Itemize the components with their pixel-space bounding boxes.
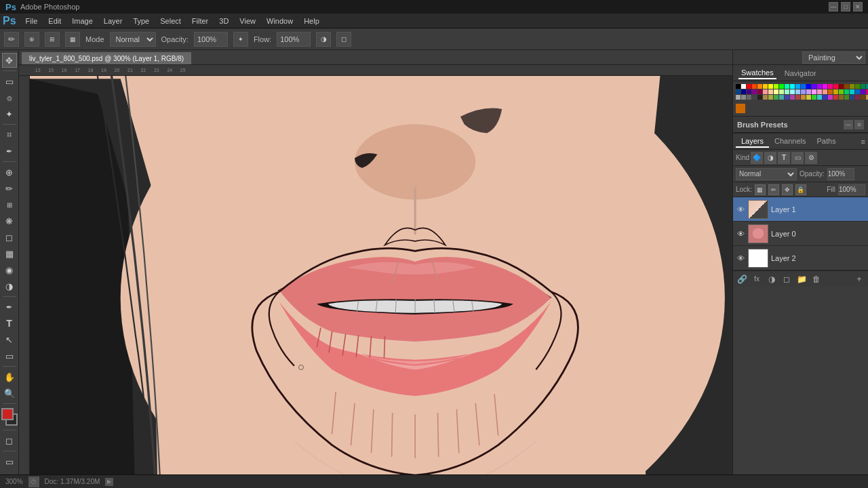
new-layer-btn[interactable]: + [853, 273, 865, 285]
close-button[interactable]: ✕ [853, 2, 863, 12]
swatch[interactable] [823, 89, 827, 94]
blend-mode-select[interactable]: Normal Multiply Screen Overlay [736, 168, 797, 180]
swatch[interactable] [812, 84, 816, 89]
swatch[interactable] [768, 89, 773, 94]
layer-row-1[interactable]: 👁 Layer 1 [733, 197, 868, 222]
tool-history[interactable]: ❋ [2, 214, 17, 228]
swatch[interactable] [757, 89, 762, 94]
flow-input[interactable] [277, 32, 311, 47]
filter-pixel-btn[interactable]: 🔷 [751, 152, 763, 164]
swatch[interactable] [736, 95, 741, 100]
swatch[interactable] [823, 95, 827, 100]
status-clock-btn[interactable]: ⏱ [28, 476, 39, 487]
swatch[interactable] [768, 95, 773, 100]
fill-value[interactable] [838, 184, 865, 195]
swatch[interactable] [861, 84, 865, 89]
lock-transparent-btn[interactable]: ▦ [755, 184, 766, 195]
swatch[interactable] [747, 84, 751, 89]
brush-options-icon[interactable]: ✏ [4, 32, 19, 47]
brush-presets-menu[interactable]: ≡ [854, 120, 864, 129]
swatch[interactable] [861, 89, 865, 94]
swatch[interactable] [779, 95, 784, 100]
swatch[interactable] [795, 95, 800, 100]
swatch[interactable] [861, 95, 865, 100]
swatch[interactable] [757, 84, 762, 89]
lock-move-btn[interactable]: ✥ [782, 184, 793, 195]
tool-crop[interactable]: ⌗ [2, 127, 17, 142]
swatch[interactable] [833, 89, 838, 94]
tool-heal[interactable]: ⊕ [2, 165, 17, 180]
tool-hand[interactable]: ✋ [2, 369, 17, 384]
tool-text[interactable]: T [2, 316, 17, 331]
swatch[interactable] [839, 84, 844, 89]
swatch[interactable] [741, 89, 746, 94]
filter-type-btn[interactable]: T [778, 152, 790, 164]
tool-path-sel[interactable]: ↖ [2, 332, 17, 347]
swatch[interactable] [785, 89, 789, 94]
workspace-select[interactable]: Painting Essentials Photography [802, 52, 865, 64]
swatch[interactable] [806, 84, 811, 89]
swatch[interactable] [828, 84, 833, 89]
tool-zoom[interactable]: 🔍 [2, 386, 17, 401]
opacity-input[interactable] [194, 32, 228, 47]
flow-icon2[interactable]: ◑ [316, 32, 331, 47]
foreground-color-swatch[interactable] [1, 408, 14, 420]
swatch[interactable] [833, 84, 838, 89]
tool-pen[interactable]: ✒ [2, 300, 17, 314]
swatch[interactable] [806, 89, 811, 94]
tool-brush[interactable]: ✏ [2, 181, 17, 196]
orange-swatch[interactable] [736, 104, 745, 113]
swatch[interactable] [785, 84, 789, 89]
swatch[interactable] [855, 89, 860, 94]
swatch[interactable] [817, 84, 822, 89]
menu-edit[interactable]: Edit [43, 16, 66, 26]
tab-layers[interactable]: Layers [736, 136, 769, 148]
tool-magic-wand[interactable]: ✦ [2, 106, 17, 121]
swatch[interactable] [774, 84, 778, 89]
menu-3d[interactable]: 3D [214, 16, 234, 26]
swatch[interactable] [850, 89, 854, 94]
canvas-image-area[interactable] [30, 76, 732, 474]
swatch[interactable] [855, 95, 860, 100]
swatch[interactable] [747, 89, 751, 94]
swatch[interactable] [850, 95, 854, 100]
swatch[interactable] [801, 84, 806, 89]
swatch[interactable] [774, 89, 778, 94]
tab-paths[interactable]: Paths [812, 136, 842, 148]
tab-navigator[interactable]: Navigator [782, 68, 819, 79]
swatch[interactable] [795, 89, 800, 94]
swatch[interactable] [817, 89, 822, 94]
menu-type[interactable]: Type [127, 16, 155, 26]
swatch[interactable] [774, 95, 778, 100]
mode-select[interactable]: Normal Multiply Screen Overlay [110, 32, 156, 47]
tool-move[interactable]: ✥ [2, 53, 17, 68]
menu-image[interactable]: Image [66, 16, 98, 26]
flow-icon3[interactable]: ◻ [336, 32, 351, 47]
tool-gradient[interactable]: ▦ [2, 246, 17, 261]
layer-visibility-2[interactable]: 👁 [736, 253, 745, 263]
tool-clone[interactable]: ⊞ [2, 197, 17, 212]
swatch[interactable] [790, 89, 795, 94]
swatch[interactable] [785, 95, 789, 100]
swatch[interactable] [736, 89, 741, 94]
canvas-tab-main[interactable]: liv_tyler_1_800_500.psd @ 300% (Layer 1,… [22, 52, 191, 64]
swatch[interactable] [812, 89, 816, 94]
swatch[interactable] [844, 84, 849, 89]
swatch[interactable] [736, 84, 741, 89]
swatch[interactable] [752, 95, 757, 100]
swatch[interactable] [752, 84, 757, 89]
tool-dodge[interactable]: ◑ [2, 279, 17, 293]
swatch[interactable] [844, 95, 849, 100]
menu-window[interactable]: Window [261, 16, 298, 26]
menu-file[interactable]: File [20, 16, 43, 26]
swatch[interactable] [828, 95, 833, 100]
brush-toggle2[interactable]: ⊞ [45, 32, 60, 47]
swatch[interactable] [817, 95, 822, 100]
tool-eyedropper[interactable]: ✒ [2, 144, 17, 159]
status-arrow-btn[interactable]: ▶ [105, 478, 113, 486]
layer-visibility-1[interactable]: 👁 [736, 205, 745, 214]
menu-filter[interactable]: Filter [186, 16, 214, 26]
layers-panel-menu[interactable]: ≡ [861, 138, 865, 146]
layer-row-2[interactable]: 👁 Layer 2 [733, 246, 868, 270]
swatch[interactable] [763, 84, 768, 89]
